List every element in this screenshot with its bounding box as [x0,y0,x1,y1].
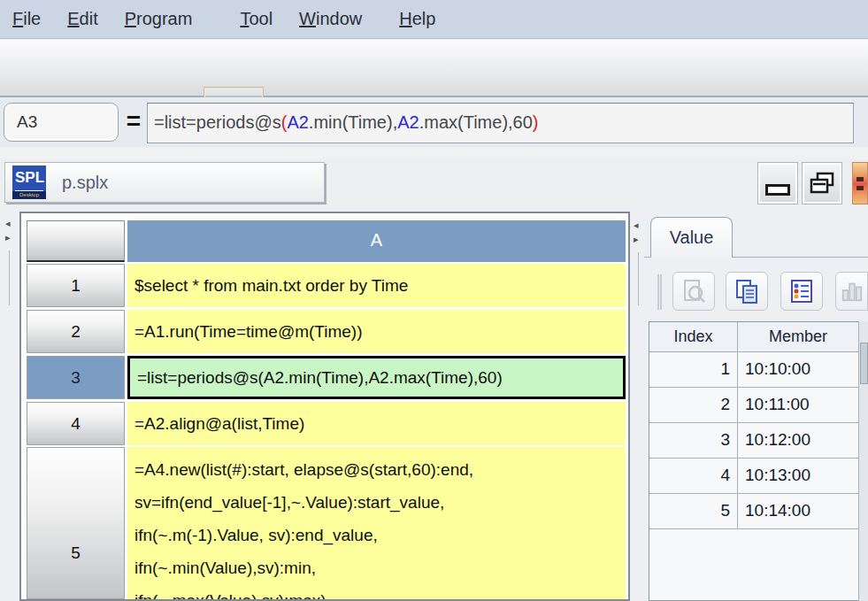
cell-a2[interactable]: =A1.run(Time=time@m(Time)) [127,310,626,353]
row-header-3-selected[interactable]: 3 [27,356,125,399]
main-area: ◂ ▸ A 1 2 3 4 5 $select * from main.txt … [0,206,868,601]
value-row-3-member[interactable]: 10:12:00 [738,423,858,458]
menu-help[interactable]: Help [399,5,448,33]
menu-window[interactable]: Window [299,5,374,33]
cell-reference-input[interactable]: A3 [4,103,119,142]
right-splitter[interactable] [638,252,639,305]
detail-list-icon [788,278,815,304]
chart-icon [840,279,864,304]
menu-tool[interactable]: Tool [240,5,285,33]
value-table-header-member[interactable]: Member [738,322,858,352]
row-header-2[interactable]: 2 [27,310,125,353]
main-toolbar [0,40,868,97]
formula-bar: A3 = =list=periods@s(A2.min(Time),A2.max… [0,97,868,147]
value-row-1-index[interactable]: 1 [649,352,738,388]
menu-bar: File Edit Program Tool Window Help [0,0,868,39]
show-detail-button[interactable] [780,272,823,311]
cell-a5[interactable]: =A4.new(list(#):start, elapse@s(start,60… [127,447,626,599]
collapse-right-icon[interactable]: ◂ [634,220,639,230]
tab-value[interactable]: Value [650,217,733,258]
cascade-button[interactable] [802,162,842,204]
row-header-5[interactable]: 5 [27,447,125,599]
menu-edit[interactable]: Edit [67,5,110,33]
cell-a1[interactable]: $select * from main.txt order by Time [127,264,626,307]
equals-button[interactable]: = [122,103,145,142]
formula-input[interactable]: =list=periods@s(A2.min(Time),A2.max(Time… [147,103,854,143]
value-row-5-member[interactable]: 10:14:00 [738,494,858,529]
left-splitter[interactable] [9,250,10,305]
expand-right-icon[interactable]: ▸ [634,235,639,244]
grid-corner-cell[interactable] [27,220,125,262]
value-scrollbar-thumb[interactable] [860,343,868,384]
draw-chart-button[interactable] [835,272,868,311]
cascade-windows-icon [809,171,835,196]
value-row-3-index[interactable]: 3 [649,423,738,458]
menu-file[interactable]: File [12,5,53,33]
horizontal-splitter[interactable] [0,147,868,159]
cell-a4[interactable]: =A2.align@a(list,Time) [127,402,626,445]
tab-label: p.splx [62,173,108,193]
column-header-a[interactable]: A [127,220,626,262]
close-icon [856,177,864,181]
spl-desktop-window: File Edit Program Tool Window Help [0,0,868,601]
row-header-1[interactable]: 1 [27,264,125,307]
expand-left-icon[interactable]: ▸ [5,233,11,243]
value-row-4-member[interactable]: 10:13:00 [738,458,858,494]
menu-program[interactable]: Program [125,5,205,33]
close-button[interactable] [852,162,868,204]
value-panel: ◂ ▸ Value Index Member 1 10:10:0 [632,206,868,601]
cellset-grid: A 1 2 3 4 5 $select * from main.txt orde… [19,212,630,601]
collapse-left-icon[interactable]: ◂ [5,219,11,228]
value-row-2-member[interactable]: 10:11:00 [738,388,858,423]
value-table: Index Member 1 10:10:00 2 10:11:00 3 10:… [649,321,859,601]
spl-logo-icon: SPL Desktop [12,166,46,199]
minimize-button[interactable] [757,162,798,204]
value-row-1-member[interactable]: 10:10:00 [738,352,858,388]
zoom-page-icon [680,278,707,304]
value-toolbar-grip[interactable] [657,274,662,310]
row-header-4[interactable]: 4 [27,402,125,445]
value-table-header-index[interactable]: Index [649,322,738,352]
editor-tab-bar: SPL Desktop p.splx [0,159,868,206]
copy-data-button[interactable] [726,272,768,311]
copy-icon [734,278,760,304]
cell-a3-selected[interactable]: =list=periods@s(A2.min(Time),A2.max(Time… [127,356,626,399]
value-row-5-index[interactable]: 5 [649,494,738,529]
tab-p-splx[interactable]: SPL Desktop p.splx [4,162,325,203]
value-scrollbar[interactable] [858,321,868,601]
zoom-preview-button[interactable] [672,272,715,311]
value-row-2-index[interactable]: 2 [649,388,738,423]
value-row-4-index[interactable]: 4 [649,458,738,494]
minimize-icon [765,184,790,196]
